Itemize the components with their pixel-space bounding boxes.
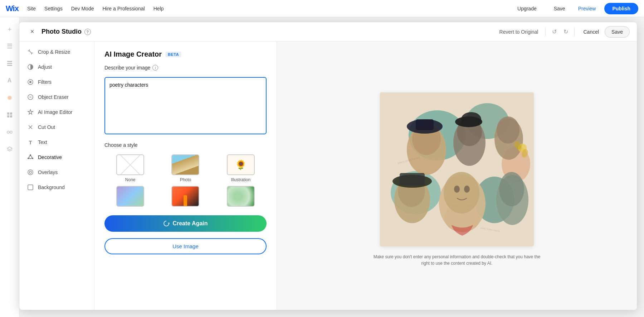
preview-disclaimer: Make sure you don't enter any personal i… <box>371 254 543 266</box>
svg-point-52 <box>499 172 524 206</box>
cancel-button[interactable]: Cancel <box>577 27 605 37</box>
close-button[interactable]: × <box>26 26 38 38</box>
nav-hire[interactable]: Hire a Professional <box>102 6 145 11</box>
tool-cut-out[interactable]: Cut Out <box>19 120 94 135</box>
style-photo-thumb <box>171 154 199 175</box>
tool-background[interactable]: Background <box>19 180 94 195</box>
use-image-button[interactable]: Use Image <box>104 238 267 254</box>
tool-object-eraser[interactable]: Object Eraser <box>19 90 94 105</box>
cut-out-icon <box>26 123 34 131</box>
style-6[interactable] <box>215 186 267 209</box>
tool-ai-image-editor[interactable]: AI Image Editor <box>19 105 94 120</box>
style-6-thumb <box>227 186 255 207</box>
header-divider <box>545 28 546 36</box>
style-4[interactable] <box>104 186 156 209</box>
modal-title: Photo Studio ? <box>42 28 91 35</box>
adjust-icon <box>26 63 34 71</box>
tool-text[interactable]: T Text <box>19 135 94 150</box>
tool-overlays-label: Overlays <box>38 169 58 175</box>
style-illustration[interactable]: 🌻 Illustration <box>215 154 267 182</box>
modal-save-button[interactable]: Save <box>605 26 630 38</box>
style-5-thumb <box>171 186 199 207</box>
generated-image: poetry verse line text words rhythm stan… <box>380 92 534 246</box>
upgrade-button[interactable]: Upgrade <box>513 4 541 14</box>
style-5[interactable] <box>160 186 211 209</box>
header-divider-2 <box>574 28 575 36</box>
svg-point-42 <box>497 116 519 144</box>
decorative-icon <box>26 153 34 161</box>
tool-overlays[interactable]: Overlays <box>19 165 94 180</box>
svg-point-48 <box>444 172 479 213</box>
undo-button[interactable]: ↺ <box>548 26 560 38</box>
svg-point-20 <box>32 158 33 159</box>
photo-studio-modal: × Photo Studio ? Revert to Original ↺ ↻ … <box>19 22 637 310</box>
overlays-icon <box>26 168 34 176</box>
publish-button[interactable]: Publish <box>604 3 638 14</box>
tool-crop[interactable]: Crop & Resize <box>19 44 94 59</box>
svg-rect-24 <box>28 185 33 190</box>
nav-settings[interactable]: Settings <box>44 6 63 11</box>
redo-button[interactable]: ↻ <box>560 26 571 38</box>
save-button[interactable]: Save <box>550 4 570 14</box>
tool-crop-label: Crop & Resize <box>38 49 70 55</box>
svg-point-18 <box>29 156 32 159</box>
modal-body: Crop & Resize Adjust Filters <box>19 42 637 310</box>
nav-site[interactable]: Site <box>27 6 36 11</box>
svg-rect-46 <box>400 173 425 186</box>
preview-button[interactable]: Preview <box>578 6 596 11</box>
style-photo[interactable]: Photo <box>160 154 211 182</box>
svg-rect-36 <box>416 119 434 130</box>
tool-adjust[interactable]: Adjust <box>19 59 94 75</box>
style-photo-label: Photo <box>180 177 191 182</box>
tool-decorative[interactable]: Decorative <box>19 150 94 165</box>
nav-devmode[interactable]: Dev Mode <box>71 6 94 11</box>
describe-textarea[interactable]: poetry characters <box>104 77 267 134</box>
style-illustration-label: Illustration <box>231 177 250 182</box>
svg-point-23 <box>29 171 31 173</box>
tool-cut-out-label: Cut Out <box>38 124 55 130</box>
preview-panel: poetry verse line text words rhythm stan… <box>277 42 637 310</box>
tool-filters-label: Filters <box>38 79 52 85</box>
nav-help[interactable]: Help <box>153 6 164 11</box>
style-grid: None Photo 🌻 Illustration <box>104 154 267 209</box>
style-none-label: None <box>125 177 136 182</box>
svg-line-12 <box>29 51 31 53</box>
ai-creator-panel: AI Image Creator BETA Describe your imag… <box>94 42 277 310</box>
crop-icon <box>26 48 34 56</box>
tool-text-label: Text <box>38 139 47 145</box>
svg-point-40 <box>461 112 481 126</box>
ai-image-editor-icon <box>26 108 34 116</box>
tool-filters[interactable]: Filters <box>19 75 94 90</box>
tool-ai-image-editor-label: AI Image Editor <box>38 109 73 115</box>
svg-point-21 <box>28 158 29 159</box>
beta-badge: BETA <box>165 52 181 57</box>
tool-decorative-label: Decorative <box>38 154 62 160</box>
modal-header: × Photo Studio ? Revert to Original ↺ ↻ … <box>19 22 637 42</box>
style-label: Choose a style <box>104 142 267 148</box>
tools-panel: Crop & Resize Adjust Filters <box>19 42 94 310</box>
tool-object-eraser-label: Object Eraser <box>38 94 69 100</box>
describe-info-icon[interactable]: i <box>152 65 158 71</box>
svg-point-19 <box>30 154 31 156</box>
wix-logo: Wix <box>6 4 19 13</box>
style-4-thumb <box>116 186 144 207</box>
top-nav: Wix Site Settings Dev Mode Hire a Profes… <box>0 0 644 17</box>
svg-point-22 <box>28 170 33 175</box>
style-none[interactable]: None <box>104 154 156 182</box>
svg-point-50 <box>464 186 470 193</box>
revert-button[interactable]: Revert to Original <box>495 27 543 37</box>
help-icon[interactable]: ? <box>84 29 91 35</box>
filters-icon <box>26 78 34 86</box>
style-none-thumb <box>116 154 144 175</box>
ai-creator-title: AI Image Creator BETA <box>104 50 267 58</box>
object-eraser-icon <box>26 93 34 101</box>
describe-label: Describe your image i <box>104 65 267 71</box>
tool-background-label: Background <box>38 184 65 190</box>
tool-adjust-label: Adjust <box>38 64 52 70</box>
background-icon <box>26 183 34 191</box>
svg-point-49 <box>454 186 460 193</box>
create-again-button[interactable]: Create Again <box>104 215 267 232</box>
text-tool-icon: T <box>26 138 34 146</box>
preview-image-container: poetry verse line text words rhythm stan… <box>380 92 534 246</box>
create-again-label: Create Again <box>172 220 208 227</box>
